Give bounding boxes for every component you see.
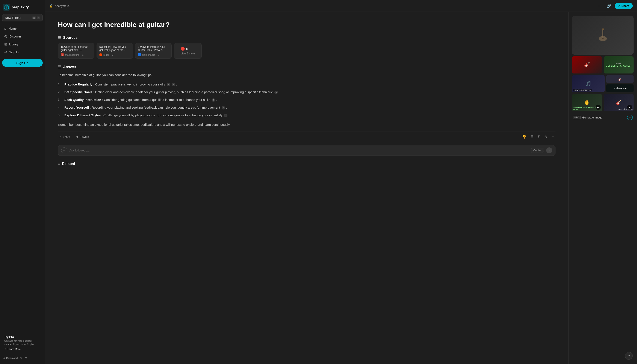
image-thumb-4[interactable]: 🎸 bbox=[606, 75, 633, 83]
sidebar: perplexity New Thread ⌘ K ⌂ Home ◎ Disco… bbox=[0, 0, 45, 364]
learn-more-button[interactable]: ↗ Learn More bbox=[4, 348, 41, 351]
citation-6[interactable]: 3 bbox=[212, 98, 215, 102]
answer-item-3: 3. Seek Quality Instruction : Consider g… bbox=[58, 96, 555, 104]
view-more-images[interactable]: ↗ View more bbox=[606, 84, 633, 92]
image-thumb-2[interactable]: How To... GET BETTER AT GUITAR bbox=[604, 56, 634, 74]
more-dots-icon: ··· bbox=[551, 135, 554, 138]
sidebar-bottom: Try Pro Upgrade for image upload, smarte… bbox=[2, 333, 43, 362]
rewrite-action-button[interactable]: ↺ Rewrite bbox=[75, 134, 90, 139]
more-action-button[interactable]: ··· bbox=[550, 134, 555, 140]
main-area: 🔒 Anonymous ··· 🔗 ↗ Share How can I get … bbox=[45, 0, 637, 364]
guitar-emoji-3: 🎸 bbox=[616, 100, 621, 106]
citation-3[interactable]: 3 bbox=[167, 83, 170, 86]
try-pro-section: Try Pro Upgrade for image upload, smarte… bbox=[2, 333, 43, 353]
source-meta-2: r reddit · 2 bbox=[99, 53, 130, 56]
followup-plus-button[interactable]: + bbox=[61, 148, 67, 154]
source-title-1: 16 ways to get better at guitar right no… bbox=[61, 46, 92, 52]
guitar-emoji-2: 🎸 bbox=[618, 78, 622, 81]
source-title-3: 8 Ways to Improve Your Guitar Skills - P… bbox=[138, 46, 169, 52]
get-better-text: How To... GET BETTER AT GUITAR bbox=[605, 62, 632, 68]
citation-4[interactable]: 4 bbox=[172, 83, 175, 86]
topbar-user: Anonymous bbox=[55, 4, 70, 8]
answer-bold-2: Set Specific Goals bbox=[64, 90, 92, 94]
discord-link[interactable]: ⊞ bbox=[25, 357, 27, 360]
sidebar-item-home[interactable]: ⌂ Home bbox=[2, 25, 43, 32]
thumbs-down-icon: 👎 bbox=[522, 135, 526, 138]
list-button[interactable]: ☰ bbox=[529, 134, 535, 140]
rewrite-icon: ↺ bbox=[76, 135, 79, 138]
answer-intro: To become incredible at guitar, you can … bbox=[58, 72, 555, 78]
sources-header: ☰ Sources bbox=[58, 35, 555, 40]
source-card-1[interactable]: 16 ways to get better at guitar right no… bbox=[58, 43, 94, 59]
share-button[interactable]: ↗ Share bbox=[615, 3, 633, 9]
related-section: ≡ Related bbox=[58, 162, 555, 166]
source-card-3[interactable]: 8 Ways to Improve Your Guitar Skills - P… bbox=[135, 43, 172, 59]
answer-header: ☰ Answer bbox=[58, 65, 555, 70]
hand-emoji: ✋ bbox=[584, 100, 590, 106]
twitter-link[interactable]: 𝕏 bbox=[20, 357, 22, 360]
source-card-2[interactable]: [Question] How did you get really good a… bbox=[97, 43, 133, 59]
list-icon: ☰ bbox=[531, 135, 534, 138]
answer-bold-5: Explore Different Styles bbox=[64, 113, 101, 117]
pro-badge: PRO bbox=[573, 116, 581, 119]
image-thumb-3[interactable]: 🎵 HOW TO GET BETT... bbox=[572, 75, 605, 92]
main-scroll[interactable]: How can I get incredible at guitar? ☰ So… bbox=[45, 12, 568, 364]
user-icon: ↩ bbox=[4, 50, 7, 54]
sidebar-item-signin[interactable]: ↩ Sign In bbox=[2, 48, 43, 56]
share-action-button[interactable]: ↗ Share bbox=[58, 134, 71, 139]
answer-rest-5: : Challenge yourself by playing songs fr… bbox=[101, 113, 223, 117]
answer-icon: ☰ bbox=[58, 65, 61, 70]
source-meta-1: C chasingsound · 1 bbox=[61, 53, 92, 56]
help-button[interactable]: ? bbox=[625, 352, 633, 360]
action-bar-right: 👎 ☰ ⎘ ✎ ··· bbox=[521, 134, 555, 140]
guitar-emoji-1: 🎸 bbox=[584, 62, 590, 68]
citation-7[interactable]: 3 bbox=[222, 106, 225, 110]
answer-item-1: 1. Practice Regularly : Consistent pract… bbox=[58, 80, 555, 88]
stage-emoji: 🎵 bbox=[585, 81, 591, 86]
image-thumb-5[interactable]: ✋ Understand these 4 things to get GOOD … bbox=[572, 94, 602, 111]
signup-button[interactable]: Sign Up bbox=[2, 59, 43, 67]
copilot-button[interactable]: Copilot bbox=[531, 148, 544, 153]
view-more-sources[interactable]: 🔴 ▶ View 2 more bbox=[174, 43, 202, 59]
logo-area: perplexity bbox=[2, 2, 43, 14]
send-button[interactable]: ↑ bbox=[546, 148, 552, 154]
citation-8[interactable]: 1 bbox=[224, 114, 228, 117]
answer-rest-2: : Define clear and achievable goals for … bbox=[93, 90, 274, 94]
view-more-overlay: ↗ View more bbox=[606, 84, 633, 92]
answer-rest-1: : Consistent practice is key to improvin… bbox=[93, 82, 166, 86]
thumbs-down-button[interactable]: 👎 bbox=[521, 134, 528, 140]
perplexity-logo-icon bbox=[3, 4, 10, 11]
sidebar-item-library[interactable]: ⊟ Library bbox=[2, 40, 43, 48]
new-thread-button[interactable]: New Thread ⌘ K bbox=[2, 14, 43, 22]
image-thumb-6[interactable]: 🎸 i'm getting better ▶ bbox=[604, 94, 634, 111]
image-thumb-1[interactable]: 🎸 bbox=[572, 56, 602, 74]
image-row-2: 🎵 HOW TO GET BETT... 🎸 ↗ View more bbox=[572, 75, 633, 92]
followup-input[interactable] bbox=[69, 149, 528, 152]
copy-button[interactable]: ⎘ bbox=[537, 134, 541, 140]
source-favicon-3: P bbox=[138, 53, 141, 56]
edit-button[interactable]: ✎ bbox=[543, 134, 548, 140]
sidebar-footer: ⬇ Download 𝕏 ⊞ bbox=[2, 355, 43, 362]
download-link[interactable]: ⬇ Download bbox=[3, 357, 18, 360]
hero-image[interactable] bbox=[572, 16, 633, 55]
source-title-2: [Question] How did you get really good a… bbox=[99, 46, 130, 52]
sidebar-item-discover[interactable]: ◎ Discover bbox=[2, 32, 43, 40]
svg-rect-3 bbox=[602, 28, 604, 30]
generate-image-button[interactable]: + bbox=[627, 114, 633, 120]
link-button[interactable]: 🔗 bbox=[605, 2, 613, 10]
more-options-button[interactable]: ··· bbox=[596, 2, 603, 10]
sidebar-item-label-library: Library bbox=[9, 43, 19, 46]
topbar-left: 🔒 Anonymous bbox=[49, 4, 70, 8]
play-badge-2: ▶ bbox=[627, 105, 632, 110]
sidebar-item-label-discover: Discover bbox=[10, 35, 21, 38]
citation-5[interactable]: 3 bbox=[274, 91, 278, 94]
view-more-images-text: ↗ View more bbox=[613, 87, 626, 90]
question-mark-icon: ? bbox=[628, 354, 630, 358]
generate-image-bar: PRO Generate Image + bbox=[572, 113, 633, 122]
ellipsis-icon: ··· bbox=[598, 4, 601, 8]
answer-bold-3: Seek Quality Instruction bbox=[64, 98, 101, 102]
answer-bold-4: Record Yourself bbox=[64, 106, 89, 109]
share-icon: ↗ bbox=[59, 135, 62, 138]
related-header: ≡ Related bbox=[58, 162, 555, 166]
discord-icon: ⊞ bbox=[25, 357, 27, 360]
